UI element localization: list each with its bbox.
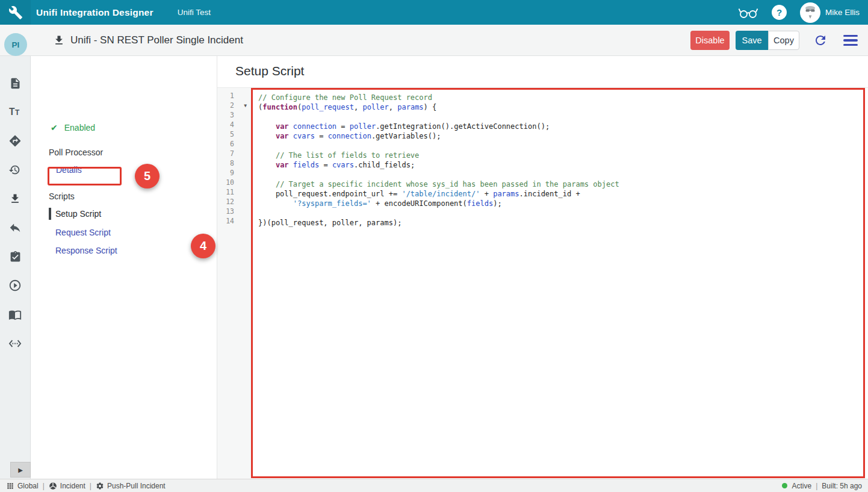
enabled-status[interactable]: ✔ Enabled (51, 123, 95, 132)
document-icon[interactable] (8, 76, 22, 90)
code-editor[interactable]: // Configure the new Poll Request record… (251, 88, 865, 478)
scope-item-label: Push-Pull Incident (107, 482, 166, 490)
app-logo[interactable] (0, 0, 31, 25)
line-number: 1 (217, 91, 251, 101)
save-button[interactable]: Save (736, 31, 768, 50)
scope-item-global[interactable]: Global (6, 482, 39, 490)
svg-text:T: T (9, 107, 15, 117)
line-number: 2▼ (217, 101, 251, 110)
line-number: 9 (217, 168, 251, 178)
annotation-badge-4: 4 (191, 234, 215, 258)
scope-item-incident[interactable]: Incident (49, 482, 85, 490)
environment-name: Unifi Test (178, 8, 211, 17)
code-line: // The list of fields to retrieve (258, 151, 863, 160)
app-title: Unifi Integration Designer (36, 7, 153, 18)
left-icon-sidebar: TT ▶ (0, 56, 31, 479)
line-number: 4 (217, 120, 251, 129)
user-name: Mike Ellis (825, 8, 860, 17)
app-header: Unifi Integration Designer Unifi Test ? … (0, 0, 868, 25)
code-icon[interactable] (8, 337, 22, 350)
help-icon[interactable]: ? (772, 5, 787, 20)
integration-avatar[interactable]: PI (4, 33, 27, 56)
incident-icon (49, 482, 57, 490)
nav-item-response-script[interactable]: Response Script (55, 246, 117, 255)
status-bar: Global|Incident|Push-Pull Incident Activ… (0, 479, 868, 492)
glasses-icon[interactable] (738, 7, 758, 19)
line-number: 6 (217, 139, 251, 149)
code-line: '?sysparm_fields=' + encodeURIComponent(… (258, 199, 863, 208)
check-icon: ✔ (51, 123, 58, 132)
line-number: 10 (217, 178, 251, 187)
scope-item-push-pull-incident[interactable]: Push-Pull Incident (96, 482, 166, 490)
history-icon[interactable] (8, 163, 22, 176)
enabled-label: Enabled (64, 123, 95, 132)
line-number: 11 (217, 187, 251, 197)
record-title: Unifi - SN REST Poller Single Incident (70, 34, 243, 46)
user-avatar (800, 2, 820, 23)
line-number: 12 (217, 197, 251, 207)
separator: | (43, 482, 45, 490)
scope-item-label: Incident (60, 482, 85, 490)
poll-processor-heading: Poll Processor (49, 148, 103, 157)
code-line (258, 170, 863, 179)
download-icon[interactable] (53, 34, 65, 46)
text-format-icon[interactable]: TT (8, 105, 22, 119)
separator: | (90, 482, 91, 490)
code-line: var fields = cvars.child_fields; (258, 160, 863, 170)
code-line (258, 141, 863, 151)
tasks-icon[interactable] (8, 250, 22, 263)
active-status-label: Active (792, 482, 811, 490)
grid-icon (6, 482, 14, 490)
user-menu[interactable]: Mike Ellis (800, 2, 860, 23)
sidebar-collapse-button[interactable]: ▶ (10, 462, 31, 478)
unifi-integration-designer-window: Unifi Integration Designer Unifi Test ? … (0, 0, 868, 492)
line-number: 8 (217, 158, 251, 168)
code-line (258, 112, 863, 122)
gear-icon (96, 482, 104, 490)
annotation-box-request-script (48, 167, 122, 185)
reply-icon[interactable] (8, 221, 22, 234)
scope-item-label: Global (17, 482, 39, 490)
line-number: 13 (217, 207, 251, 216)
code-line (258, 208, 863, 218)
code-line: })(poll_request, poller, params); (258, 218, 863, 228)
active-status-dot (782, 483, 787, 488)
built-status-label: Built: 5h ago (822, 482, 862, 490)
active-item-marker (49, 208, 51, 220)
scripts-heading: Scripts (49, 192, 75, 201)
hamburger-menu-icon[interactable] (843, 33, 858, 48)
code-line: var connection = poller.getIntegration()… (258, 122, 863, 131)
line-number: 7 (217, 149, 251, 158)
page-title: Setup Script (235, 64, 304, 78)
separator: | (816, 482, 817, 490)
line-number: 5 (217, 129, 251, 139)
svg-text:T: T (15, 109, 20, 117)
line-number: 3 (217, 110, 251, 120)
documentation-icon[interactable] (8, 308, 22, 321)
code-line: poll_request.endpoint_url += '/table/inc… (258, 189, 863, 199)
nav-item-setup-script[interactable]: Setup Script (55, 209, 101, 219)
integration-icon[interactable] (8, 134, 22, 148)
run-icon[interactable] (8, 279, 22, 292)
refresh-icon[interactable] (813, 33, 828, 48)
annotation-badge-5: 5 (135, 164, 160, 188)
code-line: (function(poll_request, poller, params) … (258, 102, 863, 112)
line-number: 14 (217, 216, 251, 226)
code-line: // Configure the new Poll Request record (258, 93, 863, 102)
disable-button[interactable]: Disable (690, 31, 730, 50)
code-line: // Target a specific incident whose sys_… (258, 179, 863, 189)
code-line: var cvars = connection.getVariables(); (258, 131, 863, 141)
nav-item-request-script[interactable]: Request Script (55, 228, 111, 237)
fold-toggle-icon[interactable]: ▼ (244, 101, 247, 111)
editor-gutter: 12▼34567891011121314 (217, 88, 251, 479)
nav-panel: ✔ Enabled Poll Processor Details Scripts… (31, 56, 217, 479)
copy-button[interactable]: Copy (768, 31, 799, 50)
download-icon[interactable] (8, 192, 22, 205)
wrench-icon (8, 5, 23, 20)
